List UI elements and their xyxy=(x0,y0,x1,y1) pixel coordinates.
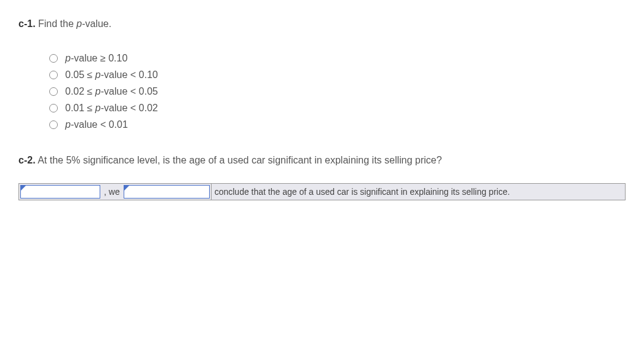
question-c1-text-before: Find the xyxy=(36,18,77,29)
option-label: 0.01 ≤ p-value < 0.02 xyxy=(65,103,158,114)
answer-strip: , we conclude that the age of a used car… xyxy=(18,183,626,200)
connector-text: , we xyxy=(101,184,122,200)
conclusion-text: conclude that the age of a used car is s… xyxy=(211,184,625,200)
radio-icon[interactable] xyxy=(49,71,58,79)
question-c2-prompt: c-2. At the 5% significance level, is th… xyxy=(18,155,626,166)
question-c2: c-2. At the 5% significance level, is th… xyxy=(18,155,626,200)
options-list: p-value ≥ 0.10 0.05 ≤ p-value < 0.10 0.0… xyxy=(49,53,626,130)
question-c2-text: At the 5% significance level, is the age… xyxy=(36,155,442,165)
option-row[interactable]: 0.05 ≤ p-value < 0.10 xyxy=(49,69,626,81)
dropdown-conclusion[interactable] xyxy=(124,185,210,199)
question-c1-label: c-1. xyxy=(18,18,36,29)
option-label: 0.02 ≤ p-value < 0.05 xyxy=(65,86,158,97)
dropdown-indicator-icon xyxy=(124,185,130,191)
question-c2-label: c-2. xyxy=(18,155,36,165)
question-c1: c-1. Find the p-value. p-value ≥ 0.10 0.… xyxy=(18,18,626,130)
dropdown-indicator-icon xyxy=(20,185,26,191)
radio-icon[interactable] xyxy=(49,87,58,96)
option-row[interactable]: 0.02 ≤ p-value < 0.05 xyxy=(49,86,626,97)
question-c1-text-after: -value. xyxy=(82,18,111,29)
radio-icon[interactable] xyxy=(49,120,58,129)
radio-icon[interactable] xyxy=(49,104,58,112)
option-row[interactable]: p-value < 0.01 xyxy=(49,119,626,130)
question-c1-italic: p xyxy=(76,18,82,29)
option-label: 0.05 ≤ p-value < 0.10 xyxy=(65,69,158,81)
dropdown-decision[interactable] xyxy=(20,185,100,199)
option-row[interactable]: p-value ≥ 0.10 xyxy=(49,53,626,64)
radio-icon[interactable] xyxy=(49,54,58,63)
option-label: p-value ≥ 0.10 xyxy=(65,53,127,64)
option-row[interactable]: 0.01 ≤ p-value < 0.02 xyxy=(49,103,626,114)
question-c1-prompt: c-1. Find the p-value. xyxy=(18,18,626,30)
option-label: p-value < 0.01 xyxy=(65,119,128,130)
